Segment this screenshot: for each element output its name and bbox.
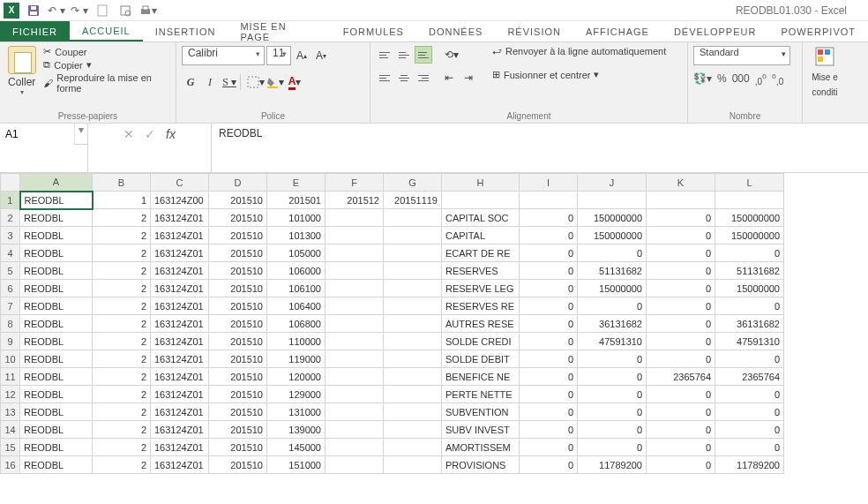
cell[interactable] [326, 280, 384, 297]
cell[interactable]: 2 [93, 262, 151, 280]
cell[interactable] [326, 227, 384, 244]
cell[interactable] [384, 297, 442, 315]
tab-powerpivot[interactable]: POWERPIVOT [768, 21, 868, 41]
cell[interactable]: 150000000 [578, 227, 647, 244]
cell[interactable]: 2 [93, 456, 151, 474]
row-header[interactable]: 9 [1, 333, 20, 350]
cell[interactable]: REODBL [20, 368, 93, 386]
cell[interactable]: 36131682 [578, 315, 647, 333]
wrap-text-button[interactable]: ⮐Renvoyer à la ligne automatiquement [492, 46, 666, 56]
cell[interactable]: 151000 [267, 456, 326, 474]
cell[interactable]: 0 [578, 244, 647, 262]
cut-button[interactable]: ✂Couper [43, 46, 170, 57]
cell[interactable]: 110000 [267, 333, 326, 350]
cell[interactable]: 201510 [209, 456, 267, 474]
cell[interactable]: 106000 [267, 262, 326, 280]
cell[interactable]: REODBL [20, 456, 93, 474]
merge-center-button[interactable]: ⊞Fusionner et centrer ▾ [492, 69, 666, 80]
bold-button[interactable]: G [182, 72, 199, 92]
decrease-indent-button[interactable]: ⇤ [441, 69, 459, 87]
cell[interactable]: 0 [647, 439, 715, 456]
decrease-decimal-button[interactable]: ⁰,0 [772, 72, 783, 87]
column-header[interactable]: B [93, 174, 151, 192]
cell[interactable]: CAPITAL SOC [442, 209, 520, 227]
align-right-button[interactable] [415, 69, 432, 87]
cell[interactable]: REODBL [20, 421, 93, 439]
cell[interactable]: 139000 [267, 421, 326, 439]
cell[interactable]: 201510 [209, 386, 267, 403]
cell[interactable]: 2365764 [647, 368, 715, 386]
cell[interactable]: 0 [647, 297, 715, 315]
cell[interactable]: 0 [520, 439, 578, 456]
cell[interactable]: 0 [647, 209, 715, 227]
cell[interactable]: 150000000 [715, 227, 784, 244]
cell[interactable]: REODBL [20, 262, 93, 280]
cell[interactable] [384, 456, 442, 474]
cell[interactable]: 163124Z01 [151, 244, 209, 262]
cell[interactable]: REODBL [20, 350, 93, 368]
accounting-format-button[interactable]: 💱▾ [693, 72, 712, 87]
cell[interactable]: 2 [93, 297, 151, 315]
cell[interactable]: REODBL [20, 297, 93, 315]
align-left-button[interactable] [376, 69, 393, 87]
cell[interactable]: 201510 [209, 192, 267, 209]
cell[interactable]: 163124Z01 [151, 227, 209, 244]
font-size-combo[interactable]: 11 [266, 46, 291, 65]
cell[interactable] [326, 315, 384, 333]
cell[interactable] [326, 456, 384, 474]
paste-button[interactable]: Coller ▾ [5, 46, 38, 96]
cell[interactable] [520, 192, 578, 209]
cell[interactable]: 2 [93, 315, 151, 333]
cell[interactable]: RESERVES [442, 262, 520, 280]
cell[interactable]: 201510 [209, 297, 267, 315]
cell[interactable]: 0 [647, 315, 715, 333]
cell[interactable]: REODBL [20, 403, 93, 421]
cell[interactable] [384, 439, 442, 456]
cell[interactable]: 0 [578, 368, 647, 386]
cell[interactable]: 2 [93, 244, 151, 262]
cell[interactable]: 0 [647, 403, 715, 421]
column-header[interactable]: J [578, 174, 647, 192]
cell[interactable]: 201501 [267, 192, 326, 209]
format-painter-button[interactable]: 🖌Reproduire la mise en forme [43, 72, 170, 94]
cell[interactable]: 163124Z01 [151, 386, 209, 403]
fill-color-button[interactable]: ▾ [266, 72, 284, 92]
tab-formules[interactable]: FORMULES [331, 21, 416, 41]
cell[interactable]: 163124Z01 [151, 262, 209, 280]
cell[interactable]: SOLDE DEBIT [442, 350, 520, 368]
column-header[interactable]: E [267, 174, 326, 192]
cell[interactable] [384, 244, 442, 262]
cell[interactable]: SOLDE CREDI [442, 333, 520, 350]
cell[interactable]: REODBL [20, 227, 93, 244]
cell[interactable]: 0 [520, 280, 578, 297]
column-header[interactable]: K [647, 174, 715, 192]
cell[interactable]: REODBL [20, 209, 93, 227]
cell[interactable]: 47591310 [578, 333, 647, 350]
cell[interactable]: REODBL [20, 192, 93, 209]
column-header[interactable]: H [442, 174, 520, 192]
cell[interactable]: 51131682 [578, 262, 647, 280]
cell[interactable]: RESERVES RE [442, 297, 520, 315]
cell[interactable]: 201510 [209, 421, 267, 439]
row-header[interactable]: 2 [1, 209, 20, 227]
cell[interactable]: 0 [520, 421, 578, 439]
fx-icon[interactable]: fx [166, 127, 176, 141]
cell[interactable]: REODBL [20, 439, 93, 456]
cell[interactable]: 15000000 [578, 280, 647, 297]
tab-file[interactable]: FICHIER [0, 21, 70, 41]
cell[interactable]: 105000 [267, 244, 326, 262]
cell[interactable]: 2365764 [715, 368, 784, 386]
cell[interactable]: 120000 [267, 368, 326, 386]
conditional-format-icon[interactable] [814, 46, 835, 67]
row-header[interactable]: 10 [1, 350, 20, 368]
cell[interactable]: REODBL [20, 280, 93, 297]
row-header[interactable]: 15 [1, 439, 20, 456]
name-box-input[interactable] [0, 124, 74, 145]
cell[interactable] [442, 192, 520, 209]
cell[interactable]: 0 [520, 262, 578, 280]
cell[interactable]: 0 [647, 421, 715, 439]
cell[interactable] [715, 192, 784, 209]
cell[interactable]: 0 [578, 386, 647, 403]
cell[interactable]: RESERVE LEG [442, 280, 520, 297]
cell[interactable]: 2 [93, 209, 151, 227]
